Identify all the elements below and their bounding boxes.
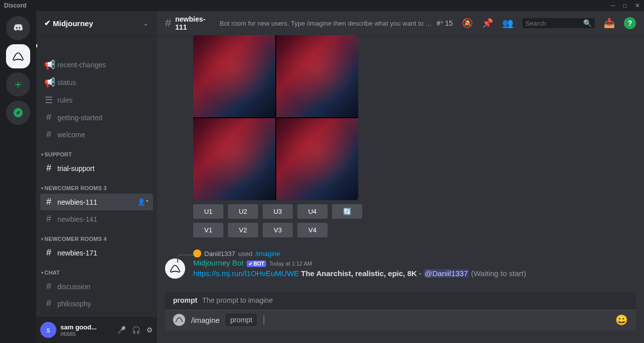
titlebar: Discord ─ □ ✕ <box>0 0 644 11</box>
app-title: Discord <box>4 2 27 9</box>
param-chip[interactable]: prompt <box>226 314 257 326</box>
image-tile <box>193 118 275 200</box>
message-composer[interactable]: /imagine prompt 😀 <box>165 309 636 331</box>
v3-button[interactable]: V3 <box>263 223 293 237</box>
server-discord-home[interactable] <box>6 16 30 40</box>
composer-area: prompt The prompt to imagine /imagine pr… <box>157 292 644 343</box>
headphones-icon[interactable]: 🎧 <box>132 326 140 334</box>
channel-philosophy[interactable]: #philosophy <box>40 295 153 312</box>
inbox-icon[interactable]: 📥 <box>604 18 615 29</box>
channel-prompt-chat[interactable]: #prompt-chat <box>40 312 153 317</box>
server-midjourney[interactable] <box>6 44 30 68</box>
mic-icon[interactable]: 🎤 <box>117 326 126 334</box>
generated-image-grid[interactable] <box>193 35 358 200</box>
image-tile <box>276 118 358 200</box>
timestamp: Today at 1:12 AM <box>269 261 312 267</box>
v2-button[interactable]: V2 <box>228 223 258 237</box>
hash-icon: # <box>44 214 53 224</box>
category-chat[interactable]: ▾CHAT <box>40 262 153 278</box>
members-icon[interactable]: 👥 <box>502 18 513 29</box>
caret-down-icon: ▾ <box>41 186 43 191</box>
message: Daniil1337 used /imagine Midjourney Bot … <box>165 259 636 279</box>
hash-icon: # <box>44 129 53 140</box>
image-tile <box>276 35 358 117</box>
add-person-icon[interactable]: 👤⁺ <box>137 198 149 206</box>
reroll-button[interactable]: 🔄 <box>332 204 362 219</box>
window-controls: ─ □ ✕ <box>611 2 640 9</box>
caret-down-icon: ▾ <box>41 237 43 241</box>
channel-getting-started[interactable]: #getting-started <box>40 109 153 126</box>
channel-sidebar: ✔ Midjourney ⌄ 📢recent-changes 📢status ☰… <box>36 11 157 343</box>
channel-trial-support[interactable]: #trial-support <box>40 160 153 177</box>
thread-icon: #⁺ <box>437 19 444 27</box>
reply-connector <box>177 254 193 263</box>
gear-icon[interactable]: ⚙ <box>146 326 153 334</box>
hash-icon: # <box>44 281 53 292</box>
message-list: U1 U2 U3 U4 🔄 V1 V2 V3 V4 Daniil1337 use… <box>157 35 644 292</box>
bot-name[interactable]: Midjourney Bot <box>193 259 244 267</box>
caret-down-icon: ▾ <box>41 271 43 275</box>
rules-icon: ☰ <box>44 95 53 106</box>
hash-icon: # <box>44 197 53 207</box>
search-input[interactable] <box>525 20 583 27</box>
channel-name: newbies-111 <box>175 15 215 31</box>
channel-newbies-111[interactable]: #newbies-111👤⁺ <box>40 194 153 210</box>
pin-icon[interactable]: 📌 <box>482 18 493 29</box>
hash-icon: # <box>44 247 53 258</box>
mute-icon[interactable]: 🔕 <box>462 18 473 29</box>
category-newcomer-4[interactable]: ▾NEWCOMER ROOMS 4 <box>40 228 153 244</box>
channel-discussion[interactable]: #discussion <box>40 278 153 295</box>
server-explore-button[interactable] <box>6 101 30 125</box>
search-box[interactable]: 🔍 <box>522 18 595 28</box>
u4-button[interactable]: U4 <box>297 204 328 219</box>
minimize-icon[interactable]: ─ <box>611 2 615 9</box>
message-text: https://s.mj.run/l1OHvEuMUWE The Anarchi… <box>193 268 636 279</box>
u1-button[interactable]: U1 <box>193 204 223 219</box>
reply-source[interactable]: Daniil1337 used /imagine <box>193 249 280 258</box>
content-area: # newbies-111 Bot room for new users. Ty… <box>157 11 644 343</box>
reply-avatar <box>193 249 201 258</box>
category-support[interactable]: ▾SUPPORT <box>40 143 153 159</box>
close-icon[interactable]: ✕ <box>635 2 640 9</box>
result-link[interactable]: https://s.mj.run/l1OHvEuMUWE <box>193 269 299 278</box>
u2-button[interactable]: U2 <box>228 204 258 219</box>
refresh-icon: 🔄 <box>343 208 351 215</box>
search-icon: 🔍 <box>583 19 592 27</box>
verified-icon: ✔ <box>44 19 51 28</box>
channel-status[interactable]: 📢status <box>40 74 153 91</box>
megaphone-icon: 📢 <box>44 77 53 88</box>
u3-button[interactable]: U3 <box>263 204 293 219</box>
v4-button[interactable]: V4 <box>297 223 328 237</box>
channel-list: 📢recent-changes 📢status ☰rules #getting-… <box>36 35 157 317</box>
server-rail: + <box>0 11 36 343</box>
chevron-down-icon: ⌄ <box>143 19 149 27</box>
app-icon[interactable] <box>173 314 185 326</box>
user-info[interactable]: sam good... #6685 <box>60 323 113 337</box>
user-mention[interactable]: @Daniil1337 <box>424 269 469 278</box>
hash-icon: # <box>165 17 171 30</box>
channel-newbies-171[interactable]: #newbies-171 <box>40 244 153 261</box>
channel-welcome[interactable]: #welcome <box>40 126 153 143</box>
help-button[interactable]: ? <box>624 17 636 29</box>
hash-icon: # <box>44 112 53 123</box>
category-newcomer-3[interactable]: ▾NEWCOMER ROOMS 3 <box>40 177 153 193</box>
channel-rules[interactable]: ☰rules <box>40 92 153 109</box>
v1-button[interactable]: V1 <box>193 223 223 237</box>
threads-button[interactable]: #⁺15 <box>437 19 453 27</box>
channel-recent-changes[interactable]: 📢recent-changes <box>40 56 153 73</box>
image-tile <box>193 35 275 117</box>
hash-icon: # <box>44 163 53 174</box>
variation-row: V1 V2 V3 V4 <box>193 223 636 237</box>
emoji-icon[interactable]: 😀 <box>615 314 628 326</box>
maximize-icon[interactable]: □ <box>623 2 627 9</box>
channel-topic: Bot room for new users. Type /imagine th… <box>220 20 433 27</box>
user-avatar[interactable]: s <box>40 322 56 338</box>
bot-badge: ✔ BOT <box>247 261 266 267</box>
upscale-row: U1 U2 U3 U4 🔄 <box>193 204 636 219</box>
channel-newbies-141[interactable]: #newbies-141 <box>40 211 153 227</box>
caret-down-icon: ▾ <box>41 152 43 157</box>
server-header[interactable]: ✔ Midjourney ⌄ <box>36 11 157 35</box>
server-add-button[interactable]: + <box>6 72 30 97</box>
hash-icon: # <box>44 298 53 309</box>
text-cursor[interactable] <box>264 315 264 324</box>
